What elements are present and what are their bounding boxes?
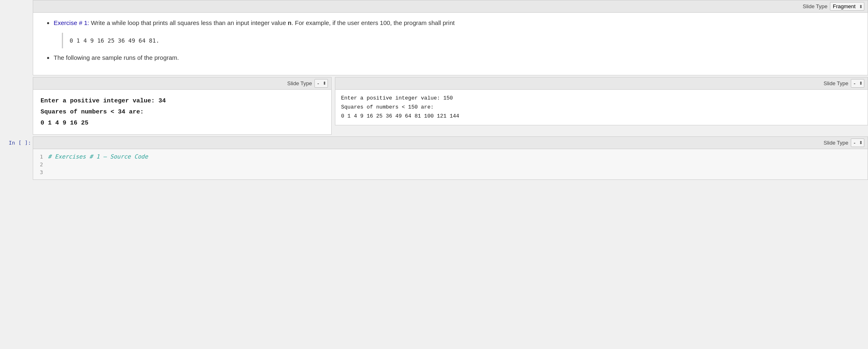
output-body-left: Enter a positive integer value: 34 Squar…	[33, 90, 331, 134]
slide-type-select-wrapper-markdown[interactable]: Fragment	[830, 2, 864, 11]
code-input-cell: In [ ]: Slide Type - 1 # Exercises # 1 –…	[0, 136, 868, 180]
code-line-2: 2	[33, 161, 868, 168]
sample-runs-bullet: The following are sample runs of the pro…	[54, 53, 859, 63]
slide-type-select-wrapper-left[interactable]: -	[314, 79, 328, 88]
slide-type-bar-code: Slide Type -	[33, 137, 868, 149]
line-num-3: 3	[33, 169, 48, 175]
exercise-link[interactable]: Exercise # 1:	[54, 19, 89, 26]
exercise-bullet: Exercise # 1: Write a while loop that pr…	[54, 18, 859, 48]
output-body-right: Enter a positive integer value: 150 Squa…	[335, 90, 868, 125]
line-num-1: 1	[33, 154, 48, 160]
markdown-cell-content: Slide Type Fragment Exercise # 1: Write …	[33, 0, 868, 75]
output-cell-right: Slide Type - Enter a positive integer va…	[335, 77, 868, 125]
output-line2-right: Squares of numbers < 150 are:	[341, 103, 862, 112]
bullet1-end: . For example, if the user enters 100, t…	[292, 19, 455, 26]
output-line3-left: 0 1 4 9 16 25	[41, 118, 324, 129]
slide-type-select-code[interactable]: -	[851, 138, 864, 147]
slide-type-select-left[interactable]: -	[314, 79, 328, 88]
cell-label-empty	[0, 0, 33, 75]
output-line3-right: 0 1 4 9 16 25 36 49 64 81 100 121 144	[341, 112, 862, 121]
markdown-cell: Slide Type Fragment Exercise # 1: Write …	[0, 0, 868, 75]
output-col-left: Slide Type - Enter a positive integer va…	[33, 77, 332, 135]
slide-type-bar-right: Slide Type -	[335, 77, 868, 90]
code-block-quote: 0 1 4 9 16 25 36 49 64 81.	[62, 33, 859, 49]
two-col-row: Slide Type - Enter a positive integer va…	[33, 77, 868, 135]
slide-type-label-markdown: Slide Type	[803, 3, 827, 9]
two-col-wrapper: Slide Type - Enter a positive integer va…	[0, 77, 868, 135]
code-line-1: 1 # Exercises # 1 – Source Code	[33, 152, 868, 161]
slide-type-select-right[interactable]: -	[851, 79, 864, 88]
slide-type-label-code: Slide Type	[824, 140, 848, 146]
slide-type-bar-markdown: Slide Type Fragment	[33, 0, 868, 13]
output-line2-left: Squares of numbers < 34 are:	[41, 107, 324, 118]
line-num-2: 2	[33, 161, 48, 168]
output-col-right: Slide Type - Enter a positive integer va…	[335, 77, 868, 135]
bullet1-text: Write a while loop that prints all squar…	[89, 19, 288, 26]
bullet1-bold: n	[288, 19, 292, 26]
code-cell-label: In [ ]:	[0, 136, 33, 180]
output-cell-left: Slide Type - Enter a positive integer va…	[33, 77, 332, 135]
line-code-1: # Exercises # 1 – Source Code	[48, 153, 148, 160]
slide-type-select-markdown[interactable]: Fragment	[830, 2, 864, 11]
code-line-3: 3	[33, 168, 868, 176]
markdown-body: Exercise # 1: Write a while loop that pr…	[33, 13, 868, 75]
slide-type-select-wrapper-right[interactable]: -	[851, 79, 864, 88]
slide-type-select-wrapper-code[interactable]: -	[851, 138, 864, 147]
slide-type-bar-left: Slide Type -	[33, 77, 331, 90]
output-line1-left: Enter a positive integer value: 34	[41, 95, 324, 107]
bullet2-text: The following are sample runs of the pro…	[54, 54, 179, 61]
code-area[interactable]: 1 # Exercises # 1 – Source Code 2 3	[33, 149, 868, 179]
slide-type-label-left: Slide Type	[287, 80, 312, 86]
slide-type-label-right: Slide Type	[824, 80, 848, 86]
code-cell-content: Slide Type - 1 # Exercises # 1 – Source …	[33, 136, 868, 180]
code-block-text: 0 1 4 9 16 25 36 49 64 81.	[70, 37, 159, 44]
output-line1-right: Enter a positive integer value: 150	[341, 94, 862, 103]
